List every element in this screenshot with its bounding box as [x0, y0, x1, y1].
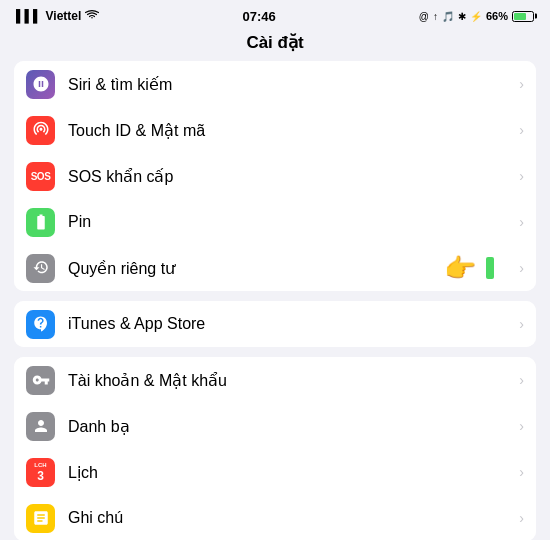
- sos-text: SOS: [31, 171, 51, 182]
- settings-section-2: iTunes & App Store ›: [14, 301, 536, 347]
- calendar-inner: LCH 3: [26, 458, 55, 487]
- sos-row[interactable]: SOS SOS khẩn cấp ›: [14, 153, 536, 199]
- contacts-icon: [26, 412, 55, 441]
- battery-chevron: ›: [519, 214, 524, 230]
- siri-row[interactable]: Siri & tìm kiếm ›: [14, 61, 536, 107]
- location-icon: @: [419, 11, 429, 22]
- sos-icon: SOS: [26, 162, 55, 191]
- touchid-icon: [26, 116, 55, 145]
- contacts-label: Danh bạ: [68, 417, 515, 436]
- itunes-chevron: ›: [519, 316, 524, 332]
- status-time: 07:46: [242, 9, 275, 24]
- privacy-chevron: ›: [519, 260, 524, 276]
- calendar-icon: LCH 3: [26, 458, 55, 487]
- music-icon: 🎵: [442, 11, 454, 22]
- account-label: Tài khoản & Mật khẩu: [68, 371, 515, 390]
- siri-icon: [26, 70, 55, 99]
- account-row[interactable]: Tài khoản & Mật khẩu ›: [14, 357, 536, 403]
- sos-chevron: ›: [519, 168, 524, 184]
- calendar-row[interactable]: LCH 3 Lịch ›: [14, 449, 536, 495]
- settings-section-1: Siri & tìm kiếm › Touch ID & Mật mã › SO…: [14, 61, 536, 291]
- contacts-chevron: ›: [519, 418, 524, 434]
- notes-chevron: ›: [519, 510, 524, 526]
- itunes-row[interactable]: iTunes & App Store ›: [14, 301, 536, 347]
- contacts-row[interactable]: Danh bạ ›: [14, 403, 536, 449]
- cal-day: 3: [37, 470, 44, 482]
- itunes-label: iTunes & App Store: [68, 315, 515, 333]
- bluetooth-icon: ⚡: [470, 11, 482, 22]
- touchid-chevron: ›: [519, 122, 524, 138]
- privacy-label: Quyền riêng tư: [68, 259, 515, 278]
- touchid-row[interactable]: Touch ID & Mật mã ›: [14, 107, 536, 153]
- touchid-label: Touch ID & Mật mã: [68, 121, 515, 140]
- sos-label: SOS khẩn cấp: [68, 167, 515, 186]
- wifi-icon: [85, 9, 99, 23]
- battery-percent: 66%: [486, 10, 508, 22]
- carrier-name: Viettel: [46, 9, 82, 23]
- battery-label: Pin: [68, 213, 515, 231]
- battery-icon: [512, 11, 534, 22]
- notes-label: Ghi chú: [68, 509, 515, 527]
- page-title: Cài đặt: [246, 33, 303, 52]
- settings-section-3: Tài khoản & Mật khẩu › Danh bạ › LCH 3 L…: [14, 357, 536, 540]
- account-chevron: ›: [519, 372, 524, 388]
- privacy-row[interactable]: Quyền riêng tư 👉 ›: [14, 245, 536, 291]
- battery-row[interactable]: Pin ›: [14, 199, 536, 245]
- siri-label: Siri & tìm kiếm: [68, 75, 515, 94]
- calendar-label: Lịch: [68, 463, 515, 482]
- account-icon: [26, 366, 55, 395]
- battery-settings-icon: [26, 208, 55, 237]
- asterisk-icon: ✱: [458, 11, 466, 22]
- privacy-icon: [26, 254, 55, 283]
- notes-row[interactable]: Ghi chú ›: [14, 495, 536, 540]
- status-icons: @ ↑ 🎵 ✱ ⚡ 66%: [419, 10, 534, 22]
- calendar-chevron: ›: [519, 464, 524, 480]
- page-title-bar: Cài đặt: [0, 28, 550, 61]
- carrier-signal: ▌▌▌ Viettel: [16, 9, 99, 23]
- itunes-icon: [26, 310, 55, 339]
- siri-chevron: ›: [519, 76, 524, 92]
- status-bar: ▌▌▌ Viettel 07:46 @ ↑ 🎵 ✱ ⚡ 66%: [0, 0, 550, 28]
- alarm-icon: ↑: [433, 11, 438, 22]
- notes-icon: [26, 504, 55, 533]
- signal-bars: ▌▌▌: [16, 9, 42, 23]
